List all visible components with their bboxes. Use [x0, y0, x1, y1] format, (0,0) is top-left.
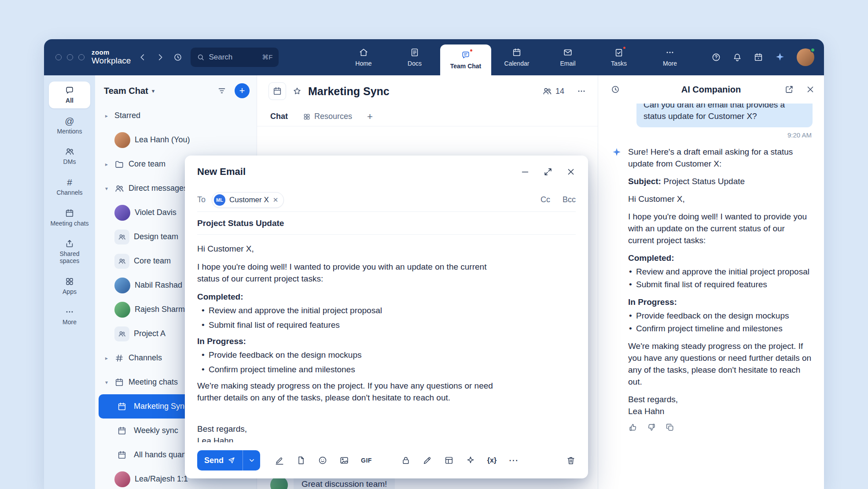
completed-list: Review and approve the initial project p… [628, 266, 813, 290]
tab-team-chat[interactable]: Team Chat [440, 44, 491, 75]
caret-right-icon[interactable]: ▸ [103, 355, 110, 361]
template-icon[interactable] [444, 456, 454, 465]
user-avatar[interactable] [797, 48, 814, 66]
more-options-icon[interactable]: ⋯ [508, 455, 519, 466]
ai-panel-header: AI Companion [598, 75, 824, 104]
rail-item-mentions[interactable]: @ Mentions [49, 112, 90, 139]
rail-item-dms[interactable]: DMs [49, 143, 90, 170]
copy-icon[interactable] [665, 422, 675, 432]
subject-label: Subject: [628, 177, 661, 186]
history-icon[interactable] [611, 85, 620, 94]
tab-email[interactable]: Email [542, 39, 593, 75]
caret-down-icon[interactable]: ▾ [103, 379, 110, 385]
help-icon[interactable] [711, 52, 721, 62]
team-people-icon [114, 254, 129, 269]
tab-calendar[interactable]: Calendar [491, 39, 542, 75]
open-in-new-icon[interactable] [784, 85, 794, 94]
tab-chat[interactable]: Chat [270, 112, 288, 121]
window-zoom-button[interactable] [78, 54, 85, 60]
list-item: Review and approve the initial project p… [628, 266, 813, 278]
list-item: Provide feedback on the design mockups [628, 310, 813, 322]
window-minimize-button[interactable] [67, 54, 73, 60]
avatar [114, 302, 130, 318]
team-people-icon [114, 326, 129, 341]
list-item-lea-hanh[interactable]: Lea Hanh (You) [99, 128, 253, 152]
cc-button[interactable]: Cc [541, 195, 550, 204]
ai-sparkle-icon[interactable] [466, 456, 475, 465]
subject-field[interactable]: Project Status Update [197, 212, 576, 235]
caret-right-icon[interactable]: ▸ [103, 113, 110, 119]
tab-docs[interactable]: Docs [389, 39, 440, 75]
tab-more[interactable]: More [644, 39, 695, 75]
channel-more-icon[interactable] [577, 86, 586, 96]
email-body-editor[interactable]: Hi Customer X, I hope you're doing well!… [197, 235, 576, 442]
minimize-icon[interactable] [520, 167, 530, 177]
notifications-bell-icon[interactable] [732, 52, 742, 62]
sidebar-title-dropdown[interactable]: Team Chat ▾ [104, 86, 154, 96]
star-icon[interactable] [292, 86, 302, 96]
tab-resources[interactable]: Resources [303, 112, 352, 121]
recipient-chip[interactable]: ML Customer X ✕ [212, 192, 284, 208]
people-icon [114, 184, 124, 193]
search-icon [197, 53, 205, 61]
back-icon[interactable] [138, 52, 147, 62]
member-count[interactable]: 14 [542, 86, 564, 96]
tab-home[interactable]: Home [338, 39, 389, 75]
subject-value: Project Status Update [663, 177, 745, 186]
send-options-chevron[interactable] [243, 450, 260, 470]
filter-icon[interactable] [217, 86, 227, 96]
thumbs-down-icon[interactable] [647, 422, 656, 432]
caret-right-icon[interactable]: ▸ [103, 161, 110, 167]
caret-down-icon[interactable]: ▾ [103, 185, 110, 192]
tab-tasks[interactable]: Tasks [593, 39, 644, 75]
channel-header: Marketing Sync 14 [257, 75, 598, 107]
ai-companion-sparkle-icon[interactable] [775, 52, 785, 63]
delete-draft-icon[interactable] [566, 456, 576, 465]
attach-document-icon[interactable] [296, 456, 306, 465]
expand-icon[interactable] [543, 167, 553, 177]
code-snippet-icon[interactable]: {x} [487, 456, 497, 464]
calendar-icon [114, 378, 124, 387]
image-icon[interactable] [339, 456, 349, 465]
subject-value: Project Status Update [197, 219, 284, 228]
channel-title: Marketing Sync [308, 85, 390, 98]
add-tab-button[interactable]: + [367, 111, 373, 122]
thumbs-up-icon[interactable] [628, 422, 638, 432]
email-signature: Lea Hahn [197, 435, 505, 442]
calendar-icon [114, 426, 129, 436]
left-rail: All @ Mentions DMs # Channels Meeting ch… [44, 75, 95, 489]
remove-recipient-icon[interactable]: ✕ [273, 196, 279, 203]
response-subject-line: Subject: Project Status Update [628, 175, 813, 187]
today-calendar-icon[interactable] [754, 52, 763, 62]
rail-item-more[interactable]: More [49, 303, 90, 330]
folder-icon [114, 159, 124, 169]
close-icon[interactable] [566, 167, 576, 177]
rail-item-channels[interactable]: # Channels [49, 174, 90, 200]
emoji-icon[interactable] [318, 456, 327, 465]
bcc-button[interactable]: Bcc [563, 195, 576, 204]
rail-item-shared-spaces[interactable]: Shared spaces [49, 235, 90, 268]
close-icon[interactable] [805, 85, 815, 94]
forward-icon[interactable] [155, 52, 165, 62]
group-label: Core team [129, 159, 166, 169]
tasks-icon [614, 48, 624, 57]
search-input[interactable]: Search ⌘F [191, 48, 279, 67]
signature-icon[interactable] [275, 456, 284, 465]
window-close-button[interactable] [55, 54, 62, 60]
history-icon[interactable] [173, 52, 183, 62]
rail-item-all[interactable]: All [49, 82, 90, 108]
rail-item-meeting-chats[interactable]: Meeting chats [49, 204, 90, 231]
send-button[interactable]: Send [197, 450, 243, 470]
gif-icon[interactable]: GIF [361, 457, 372, 464]
list-item-label: Design team [134, 232, 178, 241]
new-chat-add-button[interactable]: + [235, 83, 250, 98]
list-item-label: Violet Davis [135, 208, 177, 217]
team-chat-icon [461, 50, 471, 60]
sidebar-group-starred[interactable]: ▸ Starred [99, 104, 253, 128]
lock-icon[interactable] [401, 456, 411, 465]
rail-item-label: Meeting chats [50, 220, 88, 227]
rail-item-apps[interactable]: Apps [49, 273, 90, 300]
tab-team-chat-label: Team Chat [450, 63, 482, 70]
response-closing-para: We're making steady progress on the proj… [628, 340, 813, 388]
pencil-icon[interactable] [423, 456, 432, 465]
